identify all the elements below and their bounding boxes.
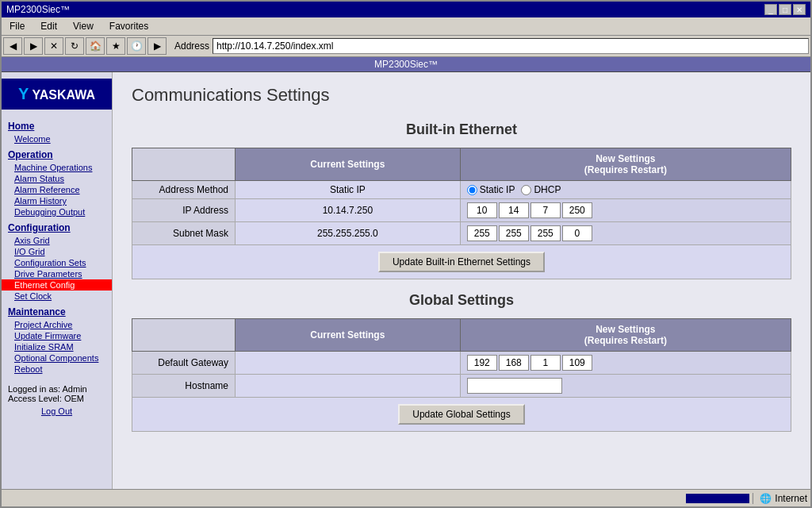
subnet-mask-new (460, 222, 791, 245)
gateway-octet-1[interactable] (467, 355, 497, 371)
sidebar-item-configuration-sets[interactable]: Configuration Sets (2, 257, 112, 268)
sidebar-section-configuration-title[interactable]: Configuration (2, 221, 112, 235)
close-button[interactable]: ✕ (793, 4, 806, 15)
zone-label: Internet (775, 493, 807, 504)
built-in-ethernet-table: Current Settings New Settings (Requires … (132, 148, 791, 279)
minimize-button[interactable]: _ (764, 4, 777, 15)
col-current-settings: Current Settings (236, 148, 461, 181)
sidebar-section-home-title[interactable]: Home (2, 119, 112, 133)
logo-text: Y YASKAWA (18, 85, 95, 103)
back-button[interactable]: ◀ (3, 37, 22, 55)
col-empty-2 (132, 319, 236, 352)
refresh-button[interactable]: ↻ (65, 37, 84, 55)
col-current-settings-2: Current Settings (236, 319, 461, 352)
subnet-mask-label: Subnet Mask (132, 222, 236, 245)
sidebar-item-update-firmware[interactable]: Update Firmware (2, 330, 112, 341)
table-row-update-ethernet: Update Built-in Ethernet Settings (132, 245, 791, 279)
gateway-octet-2[interactable] (499, 355, 529, 371)
page-title: Communications Settings (132, 85, 791, 106)
address-bar: Address (171, 38, 809, 54)
subnet-octet-3[interactable] (530, 225, 561, 241)
table-row-address-method: Address Method Static IP Static IP (132, 181, 791, 199)
menu-edit[interactable]: Edit (36, 19, 62, 33)
ip-octet-1[interactable] (467, 202, 497, 218)
media-button[interactable]: ▶ (147, 37, 167, 55)
sidebar-item-project-archive[interactable]: Project Archive (2, 319, 112, 330)
status-bar: 🌐 Internet (2, 489, 810, 506)
sidebar-section-home: Home Welcome (2, 119, 112, 144)
sidebar-section-maintenance: Maintenance Project Archive Update Firmw… (2, 305, 112, 375)
hostname-input[interactable] (467, 378, 562, 394)
window-controls[interactable]: _ □ ✕ (764, 4, 806, 15)
title-bar: MP2300Siec™ _ □ ✕ (2, 2, 810, 17)
dhcp-radio[interactable] (521, 185, 531, 195)
sidebar-item-optional-components[interactable]: Optional Components (2, 352, 112, 364)
subnet-octet-2[interactable] (499, 225, 529, 241)
sidebar-item-set-clock[interactable]: Set Clock (2, 291, 112, 302)
address-label: Address (171, 40, 213, 52)
forward-button[interactable]: ▶ (24, 37, 43, 55)
update-global-cell: Update Global Settings (132, 398, 791, 432)
hostname-current (236, 375, 461, 398)
ip-octet-4[interactable] (562, 202, 592, 218)
subnet-mask-inputs (467, 225, 784, 241)
menu-view[interactable]: View (68, 19, 98, 33)
table-row-ip-address: IP Address 10.14.7.250 (132, 199, 791, 222)
sidebar-item-reboot[interactable]: Reboot (2, 364, 112, 375)
dhcp-radio-label[interactable]: DHCP (521, 184, 561, 195)
table-row-update-global: Update Global Settings (132, 398, 791, 432)
sidebar-section-operation-title[interactable]: Operation (2, 148, 112, 162)
logged-in-label: Logged in as: (8, 384, 60, 394)
sidebar-item-welcome[interactable]: Welcome (2, 133, 112, 144)
logout-link[interactable]: Log Out (29, 406, 85, 417)
logged-in-as: Logged in as: Admin (8, 384, 105, 394)
gateway-octet-3[interactable] (530, 355, 561, 371)
menu-file[interactable]: File (5, 19, 29, 33)
sidebar-item-alarm-reference[interactable]: Alarm Reference (2, 184, 112, 195)
sidebar-section-operation: Operation Machine Operations Alarm Statu… (2, 148, 112, 217)
ip-address-current: 10.14.7.250 (236, 199, 461, 222)
sidebar-item-axis-grid[interactable]: Axis Grid (2, 235, 112, 246)
menu-favorites[interactable]: Favorites (105, 19, 153, 33)
history-button[interactable]: 🕐 (127, 37, 146, 55)
sidebar-section-configuration: Configuration Axis Grid I/O Grid Configu… (2, 221, 112, 302)
maximize-button[interactable]: □ (779, 4, 791, 15)
subnet-octet-4[interactable] (562, 225, 592, 241)
ip-address-inputs (467, 202, 784, 218)
internet-zone: 🌐 Internet (753, 493, 807, 504)
address-input[interactable] (213, 38, 809, 54)
main-content: Communications Settings Built-in Etherne… (113, 72, 810, 489)
static-ip-radio[interactable] (467, 185, 477, 195)
update-global-button[interactable]: Update Global Settings (398, 404, 524, 425)
default-gateway-label: Default Gateway (132, 352, 236, 375)
subnet-octet-1[interactable] (467, 225, 497, 241)
access-level-label: Access Level: (8, 394, 62, 403)
ip-octet-3[interactable] (530, 202, 561, 218)
favorites-button[interactable]: ★ (106, 37, 125, 55)
sidebar-item-alarm-history[interactable]: Alarm History (2, 195, 112, 206)
stop-button[interactable]: ✕ (44, 37, 63, 55)
sidebar-item-machine-operations[interactable]: Machine Operations (2, 162, 112, 173)
global-settings-table: Current Settings New Settings (Requires … (132, 318, 791, 432)
default-gateway-new (460, 352, 791, 375)
gateway-octet-4[interactable] (562, 355, 592, 371)
static-ip-radio-label[interactable]: Static IP (467, 184, 515, 195)
sidebar-item-drive-parameters[interactable]: Drive Parameters (2, 268, 112, 279)
update-ethernet-button[interactable]: Update Built-in Ethernet Settings (378, 252, 545, 272)
app-title: MP2300Siec™ (374, 59, 438, 70)
sidebar-item-initialize-sram[interactable]: Initialize SRAM (2, 341, 112, 352)
sidebar-item-alarm-status[interactable]: Alarm Status (2, 173, 112, 184)
access-level-value: OEM (64, 394, 84, 403)
app-header: MP2300Siec™ (2, 57, 810, 72)
nav-toolbar: ◀ ▶ ✕ ↻ 🏠 ★ 🕐 ▶ Address (2, 36, 810, 57)
sidebar-item-debugging-output[interactable]: Debugging Output (2, 206, 112, 217)
sidebar-section-maintenance-title[interactable]: Maintenance (2, 305, 112, 319)
home-button[interactable]: 🏠 (86, 37, 105, 55)
ip-octet-2[interactable] (499, 202, 529, 218)
content-area: Y YASKAWA Home Welcome Operation Machine… (2, 72, 810, 489)
sidebar-nav: Home Welcome Operation Machine Operation… (2, 119, 112, 375)
sidebar-item-io-grid[interactable]: I/O Grid (2, 246, 112, 257)
address-method-current: Static IP (236, 181, 461, 199)
hostname-new (460, 375, 791, 398)
sidebar-item-ethernet-config[interactable]: Ethernet Config (2, 279, 112, 291)
